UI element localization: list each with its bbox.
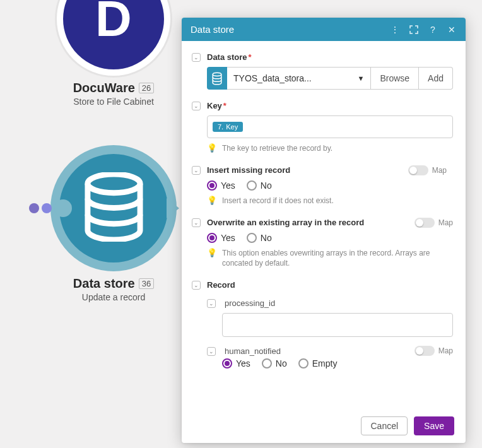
datastore-select[interactable]: TYOS_data_stora... ▼ xyxy=(227,67,371,90)
field-label-datastore: Data store* xyxy=(207,52,252,62)
datastore-select-value: TYOS_data_stora... xyxy=(233,73,312,83)
map-label: Map xyxy=(438,218,453,227)
node-title: DocuWare xyxy=(73,81,135,95)
node-title: Data store xyxy=(73,276,135,291)
collapse-toggle[interactable]: ⌄ xyxy=(192,218,201,227)
bulb-icon: 💡 xyxy=(207,196,217,205)
help-icon[interactable]: ? xyxy=(428,25,438,35)
map-toggle[interactable] xyxy=(414,346,435,356)
node-subtitle: Update a record xyxy=(32,292,196,302)
human-notified-no[interactable]: No xyxy=(262,358,287,368)
bulb-icon: 💡 xyxy=(207,143,217,153)
save-button[interactable]: Save xyxy=(414,416,454,435)
helper-text: Insert a record if it does not exist. xyxy=(222,196,334,206)
node-datastore[interactable]: Data store 36 Update a record xyxy=(32,145,196,302)
docuware-icon: D xyxy=(57,0,170,76)
field-label-key: Key* xyxy=(207,101,226,110)
map-toggle[interactable] xyxy=(414,218,435,228)
field-label-record: Record xyxy=(207,280,235,290)
config-panel: Data store ⋮ ? ✕ ⌄ Data store* xyxy=(182,18,466,443)
expand-icon[interactable] xyxy=(409,25,419,35)
database-icon xyxy=(207,67,227,90)
helper-text: This option enables ovewriting arrays in… xyxy=(222,248,453,269)
human-notified-yes[interactable]: Yes xyxy=(222,358,250,368)
overwrite-no[interactable]: No xyxy=(247,233,272,243)
insert-missing-no[interactable]: No xyxy=(247,180,272,191)
subfield-label-human-notified: human_notified xyxy=(225,346,281,356)
chevron-down-icon: ▼ xyxy=(358,74,365,82)
overwrite-yes[interactable]: Yes xyxy=(207,233,235,243)
node-docuware[interactable]: D DocuWare 26 Store to File Cabinet xyxy=(44,0,183,107)
panel-title: Data store xyxy=(191,24,234,35)
insert-missing-yes[interactable]: Yes xyxy=(207,180,235,191)
close-icon[interactable]: ✕ xyxy=(447,25,457,35)
helper-text: The key to retrieve the record by. xyxy=(222,143,332,154)
key-input[interactable]: 7. Key xyxy=(207,115,453,138)
more-icon[interactable]: ⋮ xyxy=(390,25,400,35)
bulb-icon: 💡 xyxy=(207,248,217,257)
collapse-toggle[interactable]: ⌄ xyxy=(207,299,216,308)
add-button[interactable]: Add xyxy=(419,67,453,90)
cancel-button[interactable]: Cancel xyxy=(361,416,408,435)
browse-button[interactable]: Browse xyxy=(371,67,419,90)
field-label-overwrite: Overwrite an existing array in the recor… xyxy=(207,218,364,227)
collapse-toggle[interactable]: ⌄ xyxy=(192,102,201,110)
field-label-insert-missing: Insert missing record xyxy=(207,165,290,175)
svg-point-0 xyxy=(87,174,139,193)
node-subtitle: Store to File Cabinet xyxy=(44,97,183,107)
subfield-label-processing-id: processing_id xyxy=(225,298,275,308)
input-connector-dots xyxy=(29,199,72,217)
svg-point-1 xyxy=(213,73,221,76)
collapse-toggle[interactable]: ⌄ xyxy=(192,166,201,175)
collapse-toggle[interactable]: ⌄ xyxy=(192,53,201,62)
collapse-toggle[interactable]: ⌄ xyxy=(192,281,201,290)
key-pill[interactable]: 7. Key xyxy=(213,122,243,132)
human-notified-empty[interactable]: Empty xyxy=(298,358,338,368)
output-connector[interactable] xyxy=(167,198,179,218)
database-icon xyxy=(84,172,144,244)
map-toggle[interactable] xyxy=(408,165,428,175)
panel-header: Data store ⋮ ? ✕ xyxy=(182,18,466,41)
node-badge: 36 xyxy=(139,278,154,289)
map-label: Map xyxy=(432,166,447,175)
map-label: Map xyxy=(438,346,453,355)
processing-id-input[interactable] xyxy=(222,313,453,337)
node-badge: 26 xyxy=(139,83,154,93)
datastore-node-circle xyxy=(50,145,177,271)
collapse-toggle[interactable]: ⌄ xyxy=(207,347,216,356)
